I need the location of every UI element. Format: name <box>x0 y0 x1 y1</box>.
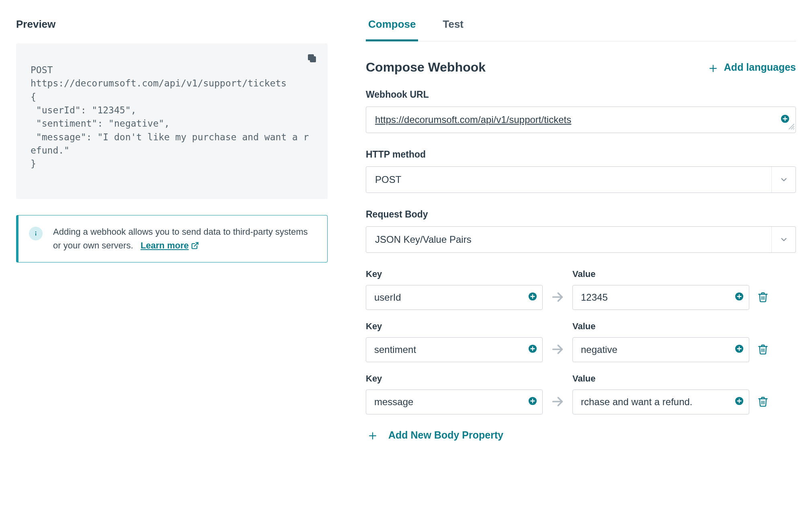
value-label: Value <box>572 269 749 279</box>
value-label: Value <box>572 373 749 384</box>
arrow-right-icon <box>551 284 564 310</box>
body-row: Key Value <box>366 321 796 362</box>
key-label: Key <box>366 321 543 332</box>
http-method-label: HTTP method <box>366 149 796 160</box>
value-input[interactable] <box>572 390 749 414</box>
plus-icon: ＋ <box>366 428 379 442</box>
copy-icon[interactable] <box>306 52 318 66</box>
resize-handle-icon[interactable] <box>789 122 794 131</box>
body-row: Key Value <box>366 269 796 310</box>
request-body-select[interactable]: JSON Key/Value Pairs <box>366 226 796 253</box>
chevron-down-icon[interactable] <box>771 227 796 252</box>
key-input[interactable] <box>366 285 543 310</box>
webhook-url-label: Webhook URL <box>366 89 796 100</box>
value-input[interactable] <box>572 337 749 362</box>
request-body-value: JSON Key/Value Pairs <box>366 227 771 252</box>
learn-more-link[interactable]: Learn more <box>141 239 199 252</box>
preview-title: Preview <box>16 18 328 31</box>
svg-line-8 <box>793 128 794 129</box>
chevron-down-icon[interactable] <box>771 167 796 193</box>
plus-icon: ＋ <box>706 61 720 74</box>
add-languages-label: Add languages <box>724 62 796 73</box>
svg-rect-1 <box>308 54 314 60</box>
preview-box: POST https://decorumsoft.com/api/v1/supp… <box>16 43 328 199</box>
svg-rect-3 <box>35 233 36 236</box>
plus-circle-icon[interactable] <box>781 115 789 125</box>
key-label: Key <box>366 269 543 279</box>
preview-code: POST https://decorumsoft.com/api/v1/supp… <box>31 64 313 171</box>
info-callout: Adding a webhook allows you to send data… <box>16 215 328 262</box>
plus-circle-icon[interactable] <box>528 397 537 408</box>
request-body-label: Request Body <box>366 209 796 220</box>
learn-more-label: Learn more <box>141 239 189 252</box>
http-method-value: POST <box>366 167 771 193</box>
compose-title: Compose Webhook <box>366 60 486 75</box>
tabs: Compose Test <box>366 18 796 41</box>
arrow-right-icon <box>551 389 564 414</box>
svg-line-4 <box>195 242 198 246</box>
tab-compose[interactable]: Compose <box>366 18 418 41</box>
arrow-right-icon <box>551 336 564 362</box>
value-label: Value <box>572 321 749 332</box>
plus-circle-icon[interactable] <box>735 292 744 303</box>
trash-icon[interactable] <box>757 336 769 362</box>
plus-circle-icon[interactable] <box>735 397 744 408</box>
trash-icon[interactable] <box>757 284 769 310</box>
info-icon <box>29 227 43 240</box>
key-input[interactable] <box>366 390 543 414</box>
plus-circle-icon[interactable] <box>528 292 537 303</box>
trash-icon[interactable] <box>757 389 769 414</box>
add-body-property-label: Add New Body Property <box>388 429 503 441</box>
add-body-property-button[interactable]: ＋ Add New Body Property <box>366 428 503 442</box>
key-input[interactable] <box>366 337 543 362</box>
value-input[interactable] <box>572 285 749 310</box>
external-link-icon <box>191 242 199 250</box>
body-row: Key Value <box>366 373 796 414</box>
tab-test[interactable]: Test <box>440 18 466 41</box>
svg-point-2 <box>35 231 37 232</box>
plus-circle-icon[interactable] <box>735 344 744 355</box>
key-label: Key <box>366 373 543 384</box>
plus-circle-icon[interactable] <box>528 344 537 355</box>
http-method-select[interactable]: POST <box>366 166 796 193</box>
add-languages-button[interactable]: ＋ Add languages <box>706 61 796 74</box>
webhook-url-input[interactable] <box>366 107 796 133</box>
